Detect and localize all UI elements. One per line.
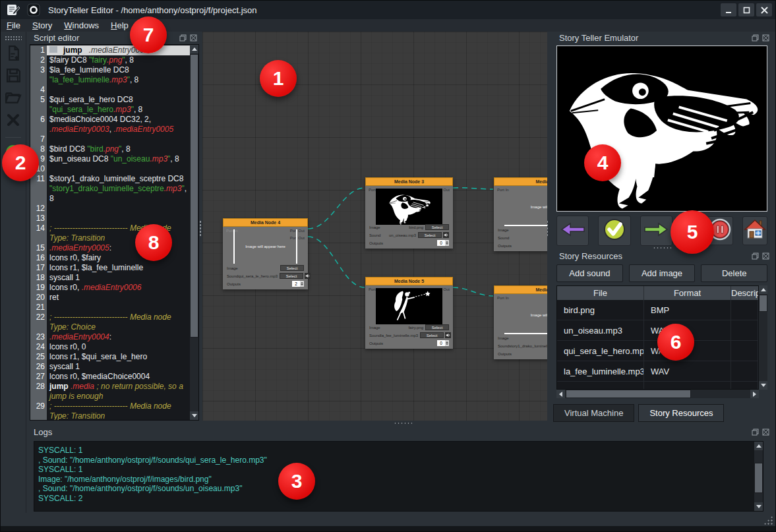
- table-vscrollbar[interactable]: [759, 285, 767, 390]
- code-line[interactable]: 24lcons r0, 0: [30, 342, 190, 352]
- scroll-left-icon[interactable]: [556, 390, 565, 398]
- splitter-handle-emulator[interactable]: [653, 247, 671, 249]
- editor-scrollbar[interactable]: [190, 45, 198, 420]
- splitter-handle-bottom[interactable]: [394, 422, 412, 425]
- media-node[interactable]: Media Node 6Port InPort OutImage will ap…: [494, 285, 547, 359]
- select-button[interactable]: Select: [280, 273, 303, 279]
- scroll-down-icon[interactable]: [759, 381, 767, 390]
- code-line[interactable]: 5$qui_sera_le_hero DC8 "qui_sera_le_hero…: [30, 95, 190, 115]
- code-line[interactable]: 7: [30, 134, 190, 144]
- scrollbar-thumb[interactable]: [754, 463, 763, 493]
- code-line[interactable]: 17lcons r1, $la_fee_luminelle: [30, 263, 190, 273]
- menu-help[interactable]: Help: [105, 20, 134, 30]
- speaker-icon[interactable]: [443, 232, 449, 238]
- code-line[interactable]: 1jump .mediaEntry0004: [30, 45, 190, 55]
- select-button[interactable]: Select: [280, 265, 304, 271]
- previous-button[interactable]: [556, 216, 589, 246]
- table-row[interactable]: fairy.pngBMP: [557, 382, 758, 390]
- node-graph-canvas[interactable]: Media Node 4Port InPort OutPort OutImage…: [202, 32, 547, 421]
- code-line[interactable]: 29; ---------------------------- Media n…: [30, 401, 190, 421]
- table-row[interactable]: la_fee_luminelle.mp3WAV: [557, 361, 758, 382]
- code-line[interactable]: 9$un_oiseau DC8 "un_oiseau.mp3", 8: [30, 154, 190, 164]
- menu-file[interactable]: File: [1, 20, 26, 30]
- open-project-button[interactable]: [4, 90, 22, 108]
- log-output[interactable]: SYSCALL: 1, Sound: "/home/anthony/ostpro…: [34, 441, 763, 512]
- media-node[interactable]: Media Node 5Port InPort OutImagefairy.pn…: [365, 277, 453, 349]
- table-row[interactable]: bird.pngBMP: [557, 300, 758, 320]
- close-panel-icon[interactable]: [761, 34, 770, 42]
- code-line[interactable]: 19lcons r0, .mediaEntry0006: [30, 283, 190, 293]
- code-line[interactable]: 6$mediaChoice0004 DC32, 2, .mediaEntry00…: [30, 115, 190, 134]
- outputs-spinner[interactable]: 2: [292, 281, 304, 287]
- code-line[interactable]: 11$story1_drako_luminelle_sceptre DC8 "s…: [30, 174, 190, 204]
- toolbar-drag-handle-icon[interactable]: [5, 36, 22, 41]
- code-editor[interactable]: 1jump .mediaEntry00042$fairy DC8 "fairy.…: [30, 44, 199, 421]
- add-image-button[interactable]: Add image: [629, 264, 696, 282]
- scroll-down-icon[interactable]: [190, 411, 198, 420]
- new-project-button[interactable]: [4, 45, 22, 63]
- spinner-arrows-icon[interactable]: [445, 340, 449, 346]
- code-line[interactable]: 2$fairy DC8 "fairy.png", 8: [30, 55, 190, 65]
- select-button[interactable]: Select: [425, 324, 449, 330]
- title-bar[interactable]: StoryTeller Editor - /home/anthony/ostpr…: [1, 1, 775, 19]
- select-button[interactable]: Select: [425, 224, 449, 230]
- tab-virtual-machine[interactable]: Virtual Machine: [553, 404, 634, 422]
- code-line[interactable]: 20ret: [30, 293, 190, 303]
- code-line[interactable]: 13: [30, 214, 190, 223]
- media-node[interactable]: Media Node 3Port InPort OutImagebird.png…: [365, 177, 453, 249]
- column-header-format[interactable]: Format: [644, 286, 731, 300]
- table-hscrollbar[interactable]: [556, 390, 759, 398]
- menu-story[interactable]: Story: [26, 20, 58, 30]
- splitter-handle-left[interactable]: [199, 220, 202, 237]
- column-header-file[interactable]: File: [557, 286, 644, 300]
- spinner-arrows-icon[interactable]: [300, 281, 304, 287]
- media-node[interactable]: Media Node 7Port InPort OutImage will ap…: [494, 177, 547, 251]
- column-header-description[interactable]: Description: [731, 286, 759, 300]
- float-panel-icon[interactable]: [751, 428, 760, 436]
- minimize-window-button[interactable]: [721, 3, 736, 16]
- code-line[interactable]: 3$la_fee_luminelle DC8 "la_fee_luminelle…: [30, 65, 190, 85]
- delete-button[interactable]: Delete: [701, 264, 767, 282]
- next-button[interactable]: [640, 216, 672, 246]
- close-window-button[interactable]: [756, 3, 772, 16]
- speaker-icon[interactable]: [305, 273, 311, 279]
- add-sound-button[interactable]: Add sound: [556, 264, 623, 282]
- tab-story-resources[interactable]: Story Resources: [638, 404, 724, 422]
- select-button[interactable]: Select: [418, 232, 442, 238]
- float-panel-icon[interactable]: [179, 34, 187, 42]
- code-line[interactable]: 25lcons r1, $qui_sera_le_hero: [30, 352, 190, 362]
- speaker-icon[interactable]: [445, 332, 451, 338]
- close-panel-icon[interactable]: [761, 252, 770, 260]
- save-project-button[interactable]: [4, 67, 22, 86]
- code-line[interactable]: 4: [30, 85, 190, 95]
- outputs-spinner[interactable]: 0: [437, 240, 449, 246]
- media-node[interactable]: Media Node 4Port InPort OutPort OutImage…: [223, 218, 308, 289]
- code-line[interactable]: 21: [30, 303, 190, 312]
- spinner-arrows-icon[interactable]: [445, 240, 449, 246]
- scrollbar-thumb[interactable]: [759, 295, 767, 312]
- select-button[interactable]: Select: [420, 332, 444, 338]
- float-panel-icon[interactable]: [751, 252, 760, 260]
- code-line[interactable]: 23.mediaEntry0004:: [30, 332, 190, 342]
- menu-windows[interactable]: Windows: [58, 20, 105, 30]
- scrollbar-thumb[interactable]: [190, 54, 198, 338]
- scroll-up-icon[interactable]: [190, 45, 198, 53]
- scroll-right-icon[interactable]: [750, 390, 759, 398]
- scrollbar-thumb[interactable]: [566, 390, 691, 398]
- outputs-spinner[interactable]: 0: [437, 340, 449, 346]
- close-project-button[interactable]: [4, 112, 22, 131]
- maximize-window-button[interactable]: [738, 3, 754, 16]
- float-panel-icon[interactable]: [751, 34, 760, 42]
- code-line[interactable]: 8$bird DC8 "bird.png", 8: [30, 144, 190, 154]
- code-line[interactable]: 22; ---------------------------- Media n…: [30, 312, 190, 332]
- ok-button[interactable]: [598, 216, 630, 246]
- close-panel-icon[interactable]: [761, 428, 770, 436]
- scroll-up-icon[interactable]: [759, 285, 767, 294]
- scroll-down-icon[interactable]: [754, 502, 763, 511]
- code-line[interactable]: 18syscall 1: [30, 273, 190, 283]
- log-scrollbar[interactable]: [754, 442, 763, 511]
- code-line[interactable]: 28jump .media ; no return possible, so a…: [30, 382, 190, 401]
- code-line[interactable]: 26syscall 1: [30, 362, 190, 372]
- scroll-up-icon[interactable]: [754, 442, 763, 450]
- close-panel-icon[interactable]: [189, 34, 198, 42]
